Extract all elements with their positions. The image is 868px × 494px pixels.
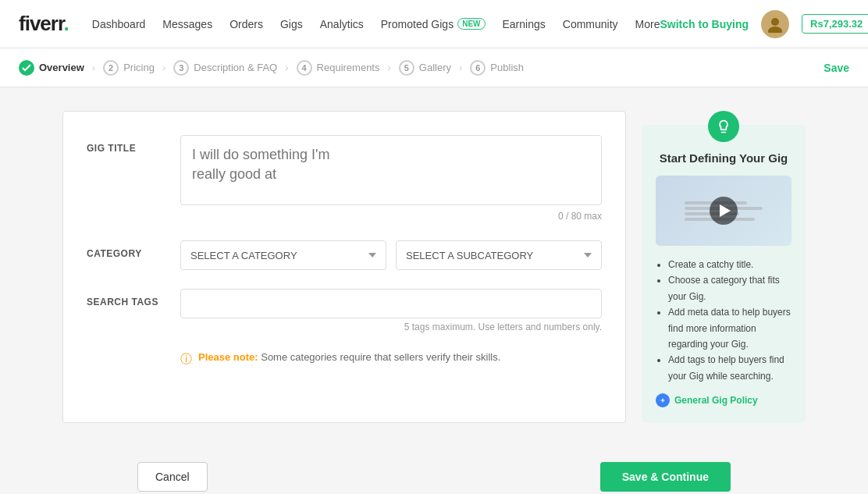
bottom-buttons: Cancel Save & Continue — [137, 446, 731, 494]
info-icon: ⓘ — [180, 352, 192, 367]
sep-5: › — [459, 62, 462, 73]
play-triangle-icon — [720, 204, 731, 217]
gig-title-field: 0 / 80 max — [180, 135, 602, 222]
step-num-5: 5 — [399, 60, 414, 76]
lightbulb-icon — [708, 111, 739, 142]
step-label-requirements: Requirements — [317, 62, 380, 73]
search-tags-input[interactable] — [180, 289, 602, 318]
nav-earnings[interactable]: Earnings — [503, 18, 546, 30]
sep-2: › — [162, 62, 165, 73]
sep-4: › — [387, 62, 390, 73]
avatar[interactable] — [761, 10, 789, 38]
nav-more[interactable]: More — [635, 18, 660, 30]
search-tags-row: SEARCH TAGS 5 tags maximum. Use letters … — [87, 289, 602, 332]
switch-buying-button[interactable]: Switch to Buying — [660, 18, 749, 30]
step-label-gallery: Gallery — [419, 62, 451, 73]
step-num-6: 6 — [470, 60, 486, 76]
side-panel-title: Start Defining Your Gig — [656, 151, 792, 165]
category-row: CATEGORY SELECT A CATEGORY SELECT A SUBC… — [87, 240, 602, 270]
nav-gigs[interactable]: Gigs — [280, 18, 303, 30]
play-button[interactable] — [710, 197, 738, 225]
header-right: Switch to Buying Rs7,293.32 — [660, 10, 868, 38]
category-field: SELECT A CATEGORY SELECT A SUBCATEGORY — [180, 240, 602, 270]
breadcrumb-step-pricing[interactable]: 2 Pricing — [103, 60, 155, 76]
header: fiverr. Dashboard Messages Orders Gigs A… — [0, 0, 868, 48]
step-num-3: 3 — [173, 60, 189, 76]
please-note-label: Please note: — [198, 351, 258, 363]
search-tags-label: SEARCH TAGS — [87, 289, 180, 307]
step-num-4: 4 — [297, 60, 312, 76]
please-note: ⓘ Please note: Some categories require t… — [87, 351, 602, 367]
breadcrumb-items: Overview › 2 Pricing › 3 Description & F… — [19, 60, 824, 76]
gig-policy-link[interactable]: General Gig Policy — [656, 393, 792, 407]
side-panel-tips: Create a catchy title. Choose a category… — [656, 257, 792, 384]
logo[interactable]: fiverr. — [19, 12, 69, 36]
breadcrumb-step-gallery[interactable]: 5 Gallery — [399, 60, 451, 76]
nav-community[interactable]: Community — [563, 18, 618, 30]
breadcrumb-save-button[interactable]: Save — [824, 62, 849, 74]
step-num-2: 2 — [103, 60, 119, 76]
nav-messages[interactable]: Messages — [162, 18, 212, 30]
breadcrumb-bar: Overview › 2 Pricing › 3 Description & F… — [0, 48, 868, 87]
sep-3: › — [285, 62, 288, 73]
tip-2: Choose a category that fits your Gig. — [668, 272, 792, 304]
sep-1: › — [92, 62, 95, 73]
save-continue-button[interactable]: Save & Continue — [600, 462, 731, 492]
gig-policy-label: General Gig Policy — [674, 395, 758, 406]
step-label-pricing: Pricing — [123, 62, 155, 73]
new-badge: NEW — [457, 18, 485, 30]
gig-title-input[interactable] — [180, 135, 602, 205]
category-label: CATEGORY — [87, 240, 180, 259]
tip-1: Create a catchy title. — [668, 257, 792, 272]
breadcrumb-step-requirements[interactable]: 4 Requirements — [297, 60, 380, 76]
cancel-button[interactable]: Cancel — [137, 462, 208, 492]
svg-point-1 — [768, 27, 782, 33]
link-icon — [656, 393, 670, 407]
step-label-publish: Publish — [490, 62, 524, 73]
breadcrumb-step-overview[interactable]: Overview — [19, 60, 84, 76]
video-thumbnail[interactable] — [656, 176, 792, 246]
main-content: GIG TITLE 0 / 80 max CATEGORY SELECT A C… — [44, 87, 824, 446]
main-nav: Dashboard Messages Orders Gigs Analytics… — [92, 18, 660, 30]
breadcrumb-step-publish[interactable]: 6 Publish — [470, 60, 524, 76]
nav-analytics[interactable]: Analytics — [320, 18, 364, 30]
svg-point-0 — [771, 18, 779, 26]
search-tags-field: 5 tags maximum. Use letters and numbers … — [180, 289, 602, 332]
step-label-description: Description & FAQ — [194, 62, 277, 73]
nav-promoted-gigs[interactable]: Promoted Gigs NEW — [381, 18, 486, 30]
side-panel: Start Defining Your Gig Create a catchy … — [642, 125, 806, 423]
tip-3: Add meta data to help buyers find more i… — [668, 304, 792, 352]
breadcrumb-step-description[interactable]: 3 Description & FAQ — [173, 60, 277, 76]
please-note-text: Some categories require that sellers ver… — [261, 351, 500, 363]
gig-title-label: GIG TITLE — [87, 135, 180, 154]
nav-dashboard[interactable]: Dashboard — [92, 18, 146, 30]
tip-4: Add tags to help buyers find your Gig wh… — [668, 352, 792, 384]
subcategory-select[interactable]: SELECT A SUBCATEGORY — [396, 240, 602, 270]
gig-title-row: GIG TITLE 0 / 80 max — [87, 135, 602, 222]
form-card: GIG TITLE 0 / 80 max CATEGORY SELECT A C… — [62, 111, 626, 423]
bottom-area: Cancel Save & Continue — [0, 446, 868, 494]
char-count: 0 / 80 max — [180, 211, 602, 222]
category-selects: SELECT A CATEGORY SELECT A SUBCATEGORY — [180, 240, 602, 270]
step-label-overview: Overview — [39, 62, 84, 73]
balance-badge[interactable]: Rs7,293.32 — [802, 14, 868, 34]
nav-orders[interactable]: Orders — [229, 18, 263, 30]
tags-hint: 5 tags maximum. Use letters and numbers … — [180, 322, 602, 332]
category-select[interactable]: SELECT A CATEGORY — [180, 240, 386, 270]
step-num-1 — [19, 60, 34, 76]
